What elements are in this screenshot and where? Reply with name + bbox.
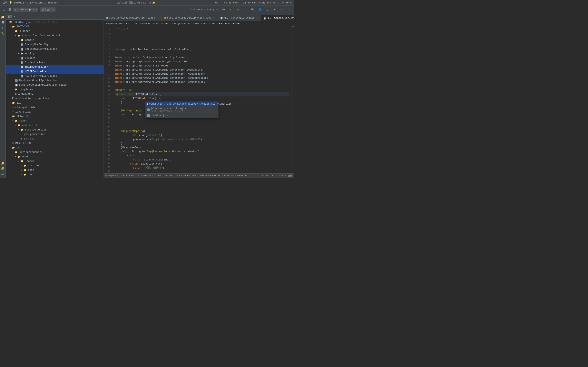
tree-item[interactable]: ▾ 📁HelloController — [6, 65, 104, 69]
activity-debug-icon[interactable]: 🐛 — [0, 31, 5, 35]
status-bar-left: ◉ c3p0fastjson › BOOT-INF › classes › co… — [105, 174, 247, 177]
tree-item[interactable]: CStudent.class — [6, 60, 104, 65]
editor-tab[interactable]: JFastjsonAttackApplication.java✕ — [162, 15, 218, 21]
tree-item[interactable]: CSpringMvcConfig — [6, 42, 104, 47]
tree-item[interactable]: Papplication.properties — [6, 96, 104, 101]
tree-item[interactable]: ▸ 📁archive — [6, 164, 104, 168]
line-number: 31 — [104, 149, 111, 153]
activity-project-icon[interactable]: 📁 — [0, 15, 5, 20]
breadcrumb-item[interactable]: com — [153, 22, 158, 25]
tree-item[interactable]: ▾ 📁classes — [6, 29, 104, 33]
tree-item[interactable]: ▾ 📁config — [6, 38, 104, 42]
activity-notification-icon[interactable]: 🔔 — [0, 161, 5, 166]
panel-arrow[interactable]: ∨ — [13, 15, 15, 18]
tree-item[interactable]: Hindex.html — [6, 92, 104, 96]
more-button[interactable]: ⋮ — [242, 7, 248, 13]
maximize-button[interactable]: □ — [279, 7, 285, 13]
code-line: produces = {"application/json;charset=UT… — [115, 137, 289, 142]
status-encoding[interactable]: UTF-8 — [276, 175, 283, 177]
settings-button[interactable]: ⚙ — [265, 7, 270, 13]
tree-item[interactable]: ▾ 📁org — [6, 146, 104, 150]
line-number: 17 — [104, 92, 111, 96]
app-icon: 💡 — [9, 1, 12, 4]
tree-item[interactable]: ▾ 📁loader — [6, 159, 104, 164]
tree-item[interactable]: CStudent — [6, 56, 104, 60]
project-icon[interactable]: ⬡ — [2, 7, 7, 12]
tab-label: FastjsonAttackApplication.class — [109, 17, 155, 19]
code-line — [115, 35, 289, 39]
run-button[interactable]: ▶ — [228, 7, 233, 13]
project-tree: ▾ 📦c3p0fastjson ~/下载/c3p0fastjson▾ 📁BOOT… — [6, 20, 104, 178]
tree-item[interactable]: ▾ 📁boot — [6, 155, 104, 159]
status-indent[interactable]: 4 空格 — [285, 174, 292, 177]
tree-item[interactable]: ▸ 📁data — [6, 168, 104, 173]
tree-item[interactable]: CHECTFController — [6, 69, 104, 74]
bell-icon[interactable]: 🔔 — [152, 1, 155, 4]
breadcrumb-item[interactable]: classes — [140, 22, 150, 25]
tree-item[interactable]: ▾ 📦c3p0fastjson ~/下载/c3p0fastjson — [6, 20, 104, 25]
tree-item[interactable]: ▾ 📁FastjsonAttack — [6, 128, 104, 132]
tree-item[interactable]: ▾ 📁BOOT-INF — [6, 25, 104, 29]
tree-item[interactable]: ▸ 📁jarmode — [6, 177, 104, 178]
tree-item[interactable]: ▾ 📁maven — [6, 119, 104, 123]
tree-item[interactable]: CSpringMvcConfig.class — [6, 47, 104, 51]
tab-close-button[interactable]: ✕ — [213, 17, 215, 19]
autocomplete-item[interactable]: Cc3p0fastjson — [145, 113, 218, 118]
tree-item[interactable]: ▾ 📁templates — [6, 87, 104, 92]
editor-content: 1234567891011121314151617181920212223242… — [104, 26, 294, 173]
tree-item[interactable]: ▾ 📁com.butler — [6, 123, 104, 128]
activity-commit-icon[interactable]: ☰ — [0, 20, 5, 25]
tree-item[interactable]: ≡layers.idx — [6, 110, 104, 114]
tree-item[interactable]: ≡MANIFEST.MF — [6, 141, 104, 146]
autocomplete-item[interactable]: Ccom.butler.fastjsonattack.HelloControll… — [145, 102, 218, 106]
vcs-selector[interactable]: 版本控制 ∨ — [40, 7, 55, 12]
project-selector[interactable]: ◉ c3p0fastjson ∨ — [13, 8, 38, 12]
autocomplete-item[interactable]: C@Contract(pure = true) ▸public HECTFCon… — [145, 106, 218, 113]
tree-item[interactable]: mpom.xml — [6, 137, 104, 141]
line-number: 21 — [104, 108, 111, 113]
editor-tab[interactable]: CFastjsonAttackApplication.class✕ — [104, 15, 162, 21]
menu-icon[interactable]: ☰ — [7, 7, 12, 12]
tree-item[interactable]: ▾ 📁springframework — [6, 150, 104, 155]
breadcrumb-item[interactable]: fastjsonattack — [172, 22, 192, 25]
tree-item[interactable]: ▾ 📁META-INF — [6, 114, 104, 119]
lang-label[interactable]: 中 — [282, 1, 284, 4]
editor-tab[interactable]: JHECTFController.java✕▲ 1 — [261, 15, 294, 21]
breadcrumb-item[interactable]: butler — [161, 22, 169, 25]
profile-button[interactable]: 👤 — [257, 7, 263, 13]
datetime-label: 11月21日 星期二 00：51：30 — [116, 1, 151, 4]
breadcrumb-item[interactable]: c3p0fastjson — [106, 22, 123, 25]
tab-close-button[interactable]: ✕ — [156, 17, 159, 19]
tab-close-button[interactable]: ✕ — [256, 17, 259, 19]
breadcrumb-separator: › — [170, 22, 171, 25]
code-line: import org.springframework.web.bind.anno… — [115, 80, 289, 84]
tree-item[interactable]: Ppom.properties — [6, 132, 104, 137]
breadcrumb-item[interactable]: HECTFController — [219, 22, 240, 25]
tree-item[interactable]: ▾ 📁com.butler.fastjsonattack — [6, 33, 104, 38]
tree-item[interactable]: CFastjsonAttackApplication.class — [6, 83, 104, 87]
tree-item[interactable]: ▾ 📁entity — [6, 51, 104, 56]
status-position[interactable]: 17:14 — [262, 175, 268, 177]
status-lf[interactable]: LF — [271, 175, 274, 177]
minimize-button[interactable]: − — [272, 7, 278, 13]
tree-item-label: loader — [25, 160, 34, 163]
tree-item[interactable]: ▸ 📁jar — [6, 173, 104, 177]
tree-item[interactable]: CFastjsonAttackApplication — [6, 78, 104, 83]
activity-git-icon[interactable]: ⎇ — [0, 171, 5, 176]
activity-run-icon[interactable]: ▶ — [0, 25, 5, 30]
tree-item-icon: ▾ 📁 — [12, 151, 18, 154]
code-area[interactable]: ▾ /{...}/ package com.butler.fastjsonatt… — [112, 26, 292, 173]
search-button[interactable]: 🔍 — [250, 7, 256, 13]
activity-plugin-icon[interactable]: 🧩 — [0, 166, 5, 171]
breadcrumb-item[interactable]: BOOT-INF — [126, 22, 138, 25]
breadcrumb-item[interactable]: HelloController — [195, 22, 216, 25]
line-number: 13 — [104, 76, 111, 80]
tree-item[interactable]: ≡classpath.idx — [6, 105, 104, 110]
close-button[interactable]: ✕ — [287, 7, 292, 13]
editor-tab[interactable]: CHECTFController.class✕ — [218, 15, 261, 21]
refresh-button[interactable]: ↺ — [235, 7, 241, 13]
activities-label[interactable]: 活动 — [2, 1, 7, 4]
tree-item[interactable]: ▸ 📁lib — [6, 101, 104, 105]
tree-item[interactable]: CHECTFController.class — [6, 74, 104, 78]
line-number: 11 — [104, 68, 111, 72]
